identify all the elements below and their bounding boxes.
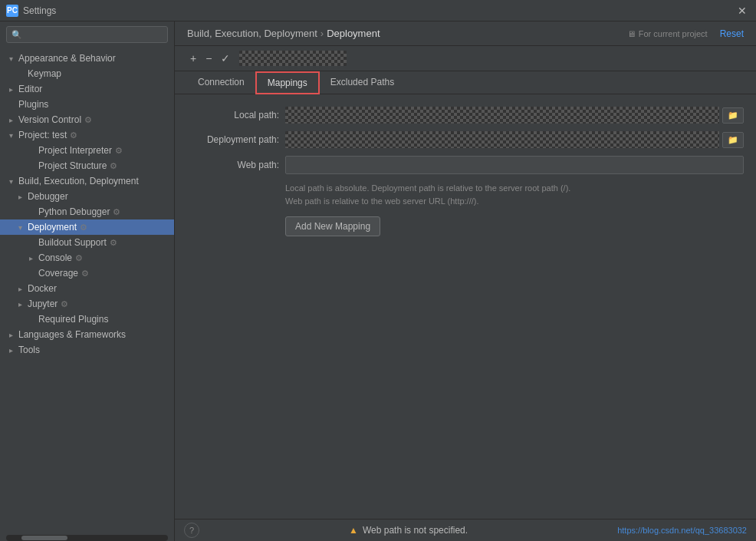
folder-icon-2: 📁 bbox=[728, 135, 738, 145]
sidebar-item-project-test[interactable]: Project: test bbox=[0, 127, 174, 143]
sidebar-item-console[interactable]: Console bbox=[0, 250, 174, 266]
warning-text: Web path is not specified. bbox=[363, 525, 468, 536]
deployment-toolbar: + − ✓ bbox=[175, 46, 756, 71]
sidebar-tree: Appearance & Behavior Keymap Editor Plug… bbox=[0, 48, 174, 535]
close-button[interactable]: ✕ bbox=[735, 3, 750, 18]
sidebar-item-plugins[interactable]: Plugins bbox=[0, 97, 174, 112]
local-path-row: Local path: 📁 bbox=[187, 107, 744, 124]
sidebar-item-appearance[interactable]: Appearance & Behavior bbox=[0, 51, 174, 66]
arrow-build-exec-deploy bbox=[6, 177, 15, 186]
web-path-input[interactable] bbox=[285, 156, 744, 174]
settings-icon-deployment bbox=[80, 223, 90, 233]
add-new-mapping-button[interactable]: Add New Mapping bbox=[285, 216, 380, 236]
sidebar-label-project-structure: Project Structure bbox=[38, 160, 107, 171]
project-info: 🖥 For current project bbox=[627, 29, 708, 38]
web-path-input-container bbox=[285, 156, 744, 174]
add-button[interactable]: + bbox=[187, 51, 199, 66]
sidebar-item-jupyter[interactable]: Jupyter bbox=[0, 296, 174, 312]
arrow-deployment bbox=[15, 223, 25, 232]
sidebar-item-languages[interactable]: Languages & Frameworks bbox=[0, 327, 174, 342]
tab-excluded-paths[interactable]: Excluded Paths bbox=[320, 72, 405, 94]
local-path-input-container: 📁 bbox=[285, 107, 744, 124]
title-bar-left: PC Settings bbox=[6, 5, 56, 17]
remove-button[interactable]: − bbox=[202, 51, 215, 66]
sidebar-item-python-debugger[interactable]: Python Debugger bbox=[0, 204, 174, 219]
local-path-redacted bbox=[285, 107, 719, 124]
form-content: Local path: 📁 Deployment path: 📁 bbox=[175, 94, 756, 519]
tab-mappings[interactable]: Mappings bbox=[255, 71, 320, 94]
settings-icon-python-debugger bbox=[113, 207, 123, 217]
project-info-text: For current project bbox=[639, 29, 708, 38]
sidebar-label-buildout: Buildout Support bbox=[38, 237, 107, 248]
deployment-path-label: Deployment path: bbox=[187, 134, 279, 145]
deployment-path-redacted bbox=[285, 131, 719, 148]
settings-icon-console bbox=[75, 253, 86, 263]
arrow-debugger bbox=[15, 193, 25, 201]
arrow-project-test bbox=[6, 131, 15, 140]
arrow-appearance bbox=[6, 54, 15, 63]
sidebar-item-editor[interactable]: Editor bbox=[0, 81, 174, 97]
sidebar-item-required-plugins[interactable]: Required Plugins bbox=[0, 312, 174, 327]
sidebar-label-project-interpreter: Project Interpreter bbox=[38, 145, 112, 156]
sidebar-label-languages: Languages & Frameworks bbox=[18, 329, 126, 340]
sidebar-label-docker: Docker bbox=[28, 283, 57, 294]
settings-icon-buildout bbox=[110, 238, 120, 248]
arrow-docker bbox=[15, 285, 25, 293]
url-watermark: https://blog.csdn.net/qq_33683032 bbox=[617, 526, 747, 535]
settings-icon-jupyter bbox=[61, 299, 71, 309]
sidebar-label-coverage: Coverage bbox=[38, 268, 78, 279]
deployment-path-input-container: 📁 bbox=[285, 131, 744, 148]
sidebar: 🔍 Appearance & Behavior Keymap Editor bbox=[0, 21, 175, 541]
arrow-version-control bbox=[6, 116, 15, 124]
sidebar-horizontal-scrollbar[interactable] bbox=[6, 535, 168, 541]
folder-icon: 📁 bbox=[728, 111, 738, 120]
sidebar-item-tools[interactable]: Tools bbox=[0, 342, 174, 358]
breadcrumb-separator: › bbox=[320, 28, 324, 39]
sidebar-label-deployment: Deployment bbox=[28, 222, 77, 233]
deployment-path-row: Deployment path: 📁 bbox=[187, 131, 744, 148]
local-path-browse-button[interactable]: 📁 bbox=[722, 107, 744, 124]
sidebar-item-deployment[interactable]: Deployment bbox=[0, 219, 174, 235]
sidebar-item-docker[interactable]: Docker bbox=[0, 281, 174, 296]
sidebar-item-coverage[interactable]: Coverage bbox=[0, 266, 174, 281]
deployment-path-browse-button[interactable]: 📁 bbox=[722, 132, 744, 148]
sidebar-item-debugger[interactable]: Debugger bbox=[0, 189, 174, 204]
settings-icon-coverage bbox=[81, 269, 92, 279]
sidebar-item-keymap[interactable]: Keymap bbox=[0, 66, 174, 81]
sidebar-label-project-test: Project: test bbox=[18, 130, 67, 140]
sidebar-label-python-debugger: Python Debugger bbox=[38, 206, 110, 217]
settings-icon-project-test bbox=[70, 130, 81, 140]
help-button[interactable]: ? bbox=[184, 523, 199, 538]
search-input[interactable] bbox=[25, 29, 163, 40]
search-icon: 🔍 bbox=[12, 30, 22, 40]
breadcrumb: Build, Execution, Deployment › Deploymen… bbox=[187, 28, 380, 39]
main-container: 🔍 Appearance & Behavior Keymap Editor bbox=[0, 21, 756, 541]
sidebar-item-buildout[interactable]: Buildout Support bbox=[0, 235, 174, 250]
warning-icon: ▲ bbox=[349, 525, 358, 536]
tabs-bar: Connection Mappings Excluded Paths bbox=[175, 71, 756, 94]
sidebar-label-tools: Tools bbox=[18, 345, 40, 355]
arrow-editor bbox=[6, 85, 15, 94]
status-bar: ? ▲ Web path is not specified. https://b… bbox=[175, 519, 756, 541]
breadcrumb-parent: Build, Execution, Deployment bbox=[187, 28, 317, 39]
reset-button[interactable]: Reset bbox=[720, 28, 744, 39]
search-box[interactable]: 🔍 bbox=[6, 26, 168, 43]
settings-icon-project-interpreter bbox=[115, 146, 126, 156]
sidebar-label-appearance: Appearance & Behavior bbox=[18, 53, 116, 64]
help-text: Local path is absolute. Deployment path … bbox=[285, 182, 744, 207]
sidebar-item-build-exec-deploy[interactable]: Build, Execution, Deployment bbox=[0, 173, 174, 189]
sidebar-item-project-interpreter[interactable]: Project Interpreter bbox=[0, 143, 174, 158]
sidebar-label-plugins: Plugins bbox=[18, 99, 48, 110]
scrollbar-thumb bbox=[21, 536, 67, 540]
app-icon: PC bbox=[6, 5, 18, 17]
sidebar-label-debugger: Debugger bbox=[28, 191, 68, 202]
arrow-languages bbox=[6, 331, 15, 339]
sidebar-label-console: Console bbox=[38, 252, 72, 263]
sidebar-item-project-structure[interactable]: Project Structure bbox=[0, 158, 174, 173]
arrow-console bbox=[26, 254, 35, 262]
check-button[interactable]: ✓ bbox=[218, 51, 233, 66]
settings-icon-version-control bbox=[84, 115, 95, 125]
sidebar-item-version-control[interactable]: Version Control bbox=[0, 112, 174, 127]
tab-connection[interactable]: Connection bbox=[187, 72, 255, 94]
web-path-label: Web path: bbox=[187, 160, 279, 170]
